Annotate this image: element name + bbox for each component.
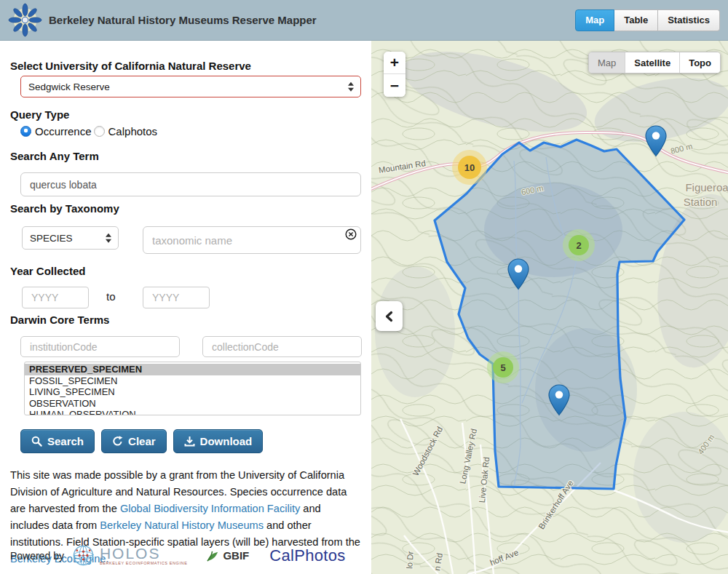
query-sidebar: Select University of California Natural …: [0, 41, 371, 574]
taxon-name-input[interactable]: [143, 226, 361, 254]
tab-map[interactable]: Map: [575, 9, 614, 31]
search-button[interactable]: Search: [20, 429, 95, 453]
credits-link[interactable]: Berkeley Natural History Museums: [100, 519, 264, 531]
gbif-wordmark: GBIF: [223, 549, 249, 562]
map-canvas[interactable]: Mountain Rd600 m800 m400 mFigueroaStatio…: [371, 41, 728, 574]
bnhm-logo-icon: [8, 3, 42, 37]
holos-subtitle: BERKELEY ECOINFORMATICS ENGINE: [100, 561, 187, 565]
reserve-select-label: Select University of California Natural …: [10, 60, 251, 72]
up-down-arrows-icon: [348, 82, 354, 92]
download-icon: [184, 436, 195, 447]
map-label: lo Dr: [405, 551, 415, 569]
radio-occurrence-label[interactable]: Occurrence: [35, 125, 92, 137]
basemap-switcher: Map Satellite Topo: [588, 52, 721, 73]
cluster-count: 2: [576, 240, 581, 251]
calphotos-logo[interactable]: CalPhotos: [269, 546, 345, 565]
map-label: Station: [684, 196, 718, 208]
holos-globe-icon: [72, 544, 95, 567]
collapse-sidebar-button[interactable]: [376, 301, 403, 331]
basemap-map-button[interactable]: Map: [589, 52, 625, 73]
gbif-logo[interactable]: GBIF: [206, 549, 249, 562]
radio-calphotos[interactable]: [94, 126, 105, 137]
view-switch: Map Table Statistics: [575, 9, 720, 31]
basis-option[interactable]: OBSERVATION: [25, 398, 360, 410]
any-term-input[interactable]: [20, 172, 361, 196]
map-svg: Mountain Rd600 m800 m400 mFigueroaStatio…: [371, 41, 728, 574]
action-buttons: Search Clear Download: [20, 429, 263, 453]
map-label: Figueroa: [685, 181, 728, 194]
basis-option[interactable]: PRESERVED_SPECIMEN: [25, 364, 360, 375]
app-header: Berkeley Natural History Museums Reserve…: [0, 0, 728, 41]
holos-logo[interactable]: HOLOS BERKELEY ECOINFORMATICS ENGINE: [72, 544, 187, 567]
up-down-arrows-icon: [106, 234, 111, 243]
zoom-in-button[interactable]: +: [384, 52, 405, 74]
zoom-control: + −: [384, 52, 405, 97]
gbif-leaf-icon: [206, 549, 220, 562]
radio-occurrence[interactable]: [20, 126, 31, 137]
reserve-select[interactable]: Sedgwick Reserve: [20, 76, 361, 97]
clear-button[interactable]: Clear: [101, 429, 167, 453]
powered-by-row: Powered by HOLOS: [10, 544, 345, 567]
institution-code-input[interactable]: [20, 336, 180, 357]
taxon-rank-value: SPECIES: [30, 233, 73, 244]
app-title: Berkeley Natural History Museums Reserve…: [49, 14, 317, 26]
download-button[interactable]: Download: [173, 429, 264, 453]
cluster-marker[interactable]: 10: [452, 150, 487, 185]
reserve-select-value: Sedgwick Reserve: [28, 81, 110, 92]
tab-table[interactable]: Table: [614, 9, 658, 31]
chevron-left-icon: [382, 309, 397, 324]
credits-link[interactable]: Global Biodiversity Information Facility: [120, 503, 300, 514]
cluster-count: 5: [500, 362, 505, 373]
query-type-label: Query Type: [10, 108, 69, 121]
basemap-topo-button[interactable]: Topo: [679, 52, 720, 73]
taxonomy-label: Search by Taxonomy: [10, 202, 119, 215]
circle-x-icon[interactable]: [345, 228, 357, 240]
collection-code-input[interactable]: [202, 336, 362, 357]
holos-wordmark: HOLOS: [100, 546, 187, 561]
year-collected-label: Year Collected: [10, 265, 85, 277]
cluster-count: 10: [464, 162, 475, 173]
basis-option[interactable]: FOSSIL_SPECIMEN: [25, 375, 360, 387]
radio-calphotos-label[interactable]: Calphotos: [108, 125, 158, 137]
year-to-input[interactable]: [143, 287, 210, 308]
powered-by-label: Powered by: [10, 550, 64, 562]
year-joiner-label: to: [106, 290, 116, 303]
query-type-options: Occurrence Calphotos: [20, 125, 157, 137]
basis-option[interactable]: HUMAN_OBSERVATION: [25, 409, 360, 415]
magnifier-icon: [31, 436, 42, 447]
cluster-marker[interactable]: 5: [487, 351, 519, 383]
any-term-label: Search Any Term: [10, 150, 99, 162]
cluster-marker[interactable]: 2: [563, 229, 595, 261]
year-from-input[interactable]: [22, 287, 89, 308]
basemap-satellite-button[interactable]: Satellite: [625, 52, 679, 73]
taxon-rank-select[interactable]: SPECIES: [22, 226, 119, 250]
tab-statistics[interactable]: Statistics: [658, 9, 720, 31]
zoom-out-button[interactable]: −: [384, 74, 405, 97]
darwin-core-label: Darwin Core Terms: [10, 314, 109, 326]
basis-of-record-listbox[interactable]: PRESERVED_SPECIMENFOSSIL_SPECIMENLIVING_…: [24, 362, 361, 415]
refresh-icon: [112, 436, 123, 447]
app-root: Berkeley Natural History Museums Reserve…: [0, 0, 728, 574]
basis-option[interactable]: LIVING_SPECIMEN: [25, 386, 360, 398]
